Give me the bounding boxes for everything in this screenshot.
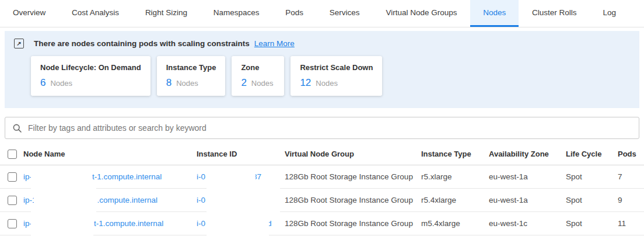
tab-namespaces[interactable]: Namespaces [201,0,272,27]
search-icon [12,123,22,133]
pods-cell: 9 [615,196,644,204]
learn-more-link[interactable]: Learn More [254,39,295,48]
life-cycle-cell: Spot [566,172,615,181]
tab-cluster-rolls[interactable]: Cluster Rolls [519,0,590,27]
instance-id-link[interactable]: i-0 [197,196,285,204]
col-availability-zone: Availability Zone [489,150,566,158]
life-cycle-cell: Spot [566,219,615,228]
col-instance-type: Instance Type [421,150,489,158]
virtual-node-group-cell: 128Gb Root Storage Instance Group [285,219,421,228]
scaling-constraints-banner: ↗ There are nodes containing pods with s… [5,31,639,108]
col-node-name: Node Name [23,150,197,158]
card-title: Zone [241,63,275,72]
table-row[interactable]: ip-t-1.compute.internal i-0da87 128Gb Ro… [0,165,644,189]
constraint-card-instance-type[interactable]: Instance Type 8 Nodes [157,56,226,96]
card-value: 2 [241,77,246,89]
scale-up-arrow-icon: ↗ [14,39,24,48]
tab-bar: Overview Cost Analysis Right Sizing Name… [0,0,644,27]
card-title: Instance Type [166,63,216,72]
select-all-checkbox[interactable] [8,150,17,159]
filter-bar [5,117,639,139]
card-unit: Nodes [251,79,274,88]
availability-zone-cell: eu-west-1a [489,172,566,181]
card-value: 8 [166,77,172,89]
nodes-table: Node Name Instance ID Virtual Node Group… [0,143,644,235]
constraint-cards: Node Lifecycle: On Demand 6 Nodes Instan… [5,56,639,96]
virtual-node-group-cell: 128Gb Root Storage Instance Group [285,196,421,204]
constraint-card-zone[interactable]: Zone 2 Nodes [232,56,284,96]
virtual-node-group-cell: 128Gb Root Storage Instance Group [285,172,421,181]
table-row[interactable]: ip-1.compute.internal i-0 128Gb Root Sto… [0,189,644,212]
card-unit: Nodes [316,79,338,88]
card-unit: Nodes [50,79,72,88]
instance-type-cell: r5.xlarge [421,172,489,181]
pods-cell: 7 [615,172,644,181]
card-title: Node Lifecycle: On Demand [40,63,141,72]
tab-right-sizing[interactable]: Right Sizing [132,0,200,27]
node-name-link[interactable]: ip-1.compute.internal [23,196,197,204]
col-life-cycle: Life Cycle [566,150,615,158]
tab-services[interactable]: Services [317,0,373,27]
pods-cell: 11 [615,219,644,228]
col-instance-id: Instance ID [197,150,285,158]
tab-virtual-node-groups[interactable]: Virtual Node Groups [373,0,470,27]
col-pods: Pods [615,150,644,158]
card-value: 6 [40,77,46,89]
life-cycle-cell: Spot [566,196,615,204]
row-checkbox[interactable] [8,219,17,228]
search-input[interactable] [28,123,632,133]
instance-id-link[interactable]: i-0da87 [197,172,285,181]
tab-overview[interactable]: Overview [0,0,58,27]
banner-message: There are nodes containing pods with sca… [34,39,250,48]
row-checkbox[interactable] [8,172,17,182]
card-value: 12 [300,77,311,89]
constraint-card-node-lifecycle[interactable]: Node Lifecycle: On Demand 6 Nodes [31,56,150,96]
card-unit: Nodes [176,79,198,88]
node-name-link[interactable]: ip-t-1.compute.internal [23,172,197,181]
tab-cost-analysis[interactable]: Cost Analysis [59,0,132,27]
tab-pods[interactable]: Pods [272,0,316,27]
col-virtual-node-group: Virtual Node Group [285,150,421,158]
table-row[interactable]: ip-t-1.compute.internal i-0d 128Gb Root … [0,212,644,235]
tab-nodes[interactable]: Nodes [470,0,519,27]
instance-type-cell: r5.4xlarge [421,196,489,204]
instance-id-link[interactable]: i-0d [197,219,285,228]
availability-zone-cell: eu-west-1a [489,196,566,204]
node-name-link[interactable]: ip-t-1.compute.internal [23,219,197,228]
table-header: Node Name Instance ID Virtual Node Group… [0,143,644,165]
card-title: Restrict Scale Down [300,63,373,72]
instance-type-cell: m5.4xlarge [421,219,489,228]
constraint-card-restrict-scale-down[interactable]: Restrict Scale Down 12 Nodes [290,56,382,96]
tab-log[interactable]: Log [590,0,629,27]
availability-zone-cell: eu-west-1c [489,219,566,228]
row-checkbox[interactable] [8,196,17,205]
